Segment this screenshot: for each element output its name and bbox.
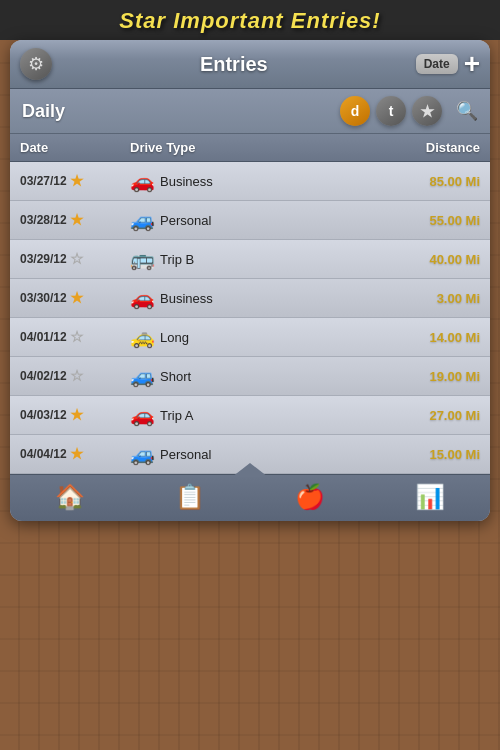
vehicle-icon: 🚙: [130, 364, 155, 388]
bottom-nav: 🏠 📋 🍎 📊: [10, 474, 490, 521]
star-icon[interactable]: ☆: [70, 367, 83, 385]
table-row[interactable]: 04/03/12 ★ 🚗 Trip A 27.00 Mi: [10, 396, 490, 435]
cell-type: 🚗 Business: [130, 169, 370, 193]
cell-distance: 40.00 Mi: [370, 252, 480, 267]
cell-distance: 14.00 Mi: [370, 330, 480, 345]
cell-date: 04/02/12 ☆: [20, 367, 130, 385]
nav-home[interactable]: 🏠: [55, 483, 85, 511]
cell-type: 🚕 Long: [130, 325, 370, 349]
top-banner: Star Important Entries!: [0, 0, 500, 40]
cell-type: 🚙 Short: [130, 364, 370, 388]
date-text: 03/28/12: [20, 213, 67, 227]
date-sort-badge[interactable]: Date: [416, 54, 458, 74]
app-header: ⚙ Entries Date +: [10, 40, 490, 89]
cell-date: 03/29/12 ☆: [20, 250, 130, 268]
drive-type-label: Trip A: [160, 408, 193, 423]
cell-distance: 55.00 Mi: [370, 213, 480, 228]
star-icon[interactable]: ☆: [70, 250, 83, 268]
nav-apple[interactable]: 🍎: [295, 483, 325, 511]
nav-chart[interactable]: 📊: [415, 483, 445, 511]
table-row[interactable]: 03/29/12 ☆ 🚌 Trip B 40.00 Mi: [10, 240, 490, 279]
drive-type-label: Business: [160, 174, 213, 189]
date-text: 03/27/12: [20, 174, 67, 188]
star-icon[interactable]: ★: [70, 172, 83, 190]
cell-date: 03/27/12 ★: [20, 172, 130, 190]
drive-type-label: Business: [160, 291, 213, 306]
table-row[interactable]: 03/28/12 ★ 🚙 Personal 55.00 Mi: [10, 201, 490, 240]
star-icon[interactable]: ★: [70, 289, 83, 307]
table-header: Date Drive Type Distance: [10, 134, 490, 162]
vehicle-icon: 🚗: [130, 286, 155, 310]
cell-distance: 19.00 Mi: [370, 369, 480, 384]
star-icon[interactable]: ★: [70, 211, 83, 229]
drive-type-label: Trip B: [160, 252, 194, 267]
filter-row: Daily d t ★ 🔍: [10, 89, 490, 134]
settings-button[interactable]: ⚙: [20, 48, 52, 80]
date-text: 04/03/12: [20, 408, 67, 422]
cell-type: 🚗 Trip A: [130, 403, 370, 427]
vehicle-icon: 🚗: [130, 169, 155, 193]
vehicle-icon: 🚗: [130, 403, 155, 427]
star-icon[interactable]: ★: [70, 445, 83, 463]
vehicle-icon: 🚕: [130, 325, 155, 349]
date-text: 03/29/12: [20, 252, 67, 266]
main-container: ⚙ Entries Date + Daily d t ★ 🔍 Date Driv…: [10, 40, 490, 521]
filter-starred-button[interactable]: ★: [412, 96, 442, 126]
table-row[interactable]: 04/02/12 ☆ 🚙 Short 19.00 Mi: [10, 357, 490, 396]
vehicle-icon: 🚌: [130, 247, 155, 271]
cell-date: 04/03/12 ★: [20, 406, 130, 424]
cell-date: 03/30/12 ★: [20, 289, 130, 307]
period-label: Daily: [22, 101, 65, 122]
table-row[interactable]: 03/30/12 ★ 🚗 Business 3.00 Mi: [10, 279, 490, 318]
filter-icons-group: d t ★ 🔍: [340, 96, 478, 126]
drive-type-label: Personal: [160, 447, 211, 462]
banner-text: Star Important Entries!: [119, 8, 380, 33]
vehicle-icon: 🚙: [130, 442, 155, 466]
col-header-type: Drive Type: [130, 140, 370, 155]
header-actions: Date +: [416, 50, 480, 78]
table-row[interactable]: 04/01/12 ☆ 🚕 Long 14.00 Mi: [10, 318, 490, 357]
date-text: 04/02/12: [20, 369, 67, 383]
drive-type-label: Personal: [160, 213, 211, 228]
cell-distance: 27.00 Mi: [370, 408, 480, 423]
search-button[interactable]: 🔍: [456, 100, 478, 122]
cell-distance: 15.00 Mi: [370, 447, 480, 462]
vehicle-icon: 🚙: [130, 208, 155, 232]
cell-date: 03/28/12 ★: [20, 211, 130, 229]
cell-type: 🚗 Business: [130, 286, 370, 310]
star-icon[interactable]: ★: [70, 406, 83, 424]
filter-daily-button[interactable]: d: [340, 96, 370, 126]
cell-date: 04/01/12 ☆: [20, 328, 130, 346]
col-header-distance: Distance: [370, 140, 480, 155]
header-title: Entries: [52, 53, 416, 76]
table-row[interactable]: 03/27/12 ★ 🚗 Business 85.00 Mi: [10, 162, 490, 201]
star-icon[interactable]: ☆: [70, 328, 83, 346]
drive-type-label: Long: [160, 330, 189, 345]
col-header-date: Date: [20, 140, 130, 155]
entries-table: 03/27/12 ★ 🚗 Business 85.00 Mi 03/28/12 …: [10, 162, 490, 474]
add-entry-button[interactable]: +: [464, 50, 480, 78]
cell-date: 04/04/12 ★: [20, 445, 130, 463]
nav-notes[interactable]: 📋: [175, 483, 205, 511]
date-text: 03/30/12: [20, 291, 67, 305]
date-text: 04/01/12: [20, 330, 67, 344]
drive-type-label: Short: [160, 369, 191, 384]
cell-type: 🚙 Personal: [130, 208, 370, 232]
filter-trip-button[interactable]: t: [376, 96, 406, 126]
date-text: 04/04/12: [20, 447, 67, 461]
cell-distance: 3.00 Mi: [370, 291, 480, 306]
cell-type: 🚌 Trip B: [130, 247, 370, 271]
cell-distance: 85.00 Mi: [370, 174, 480, 189]
